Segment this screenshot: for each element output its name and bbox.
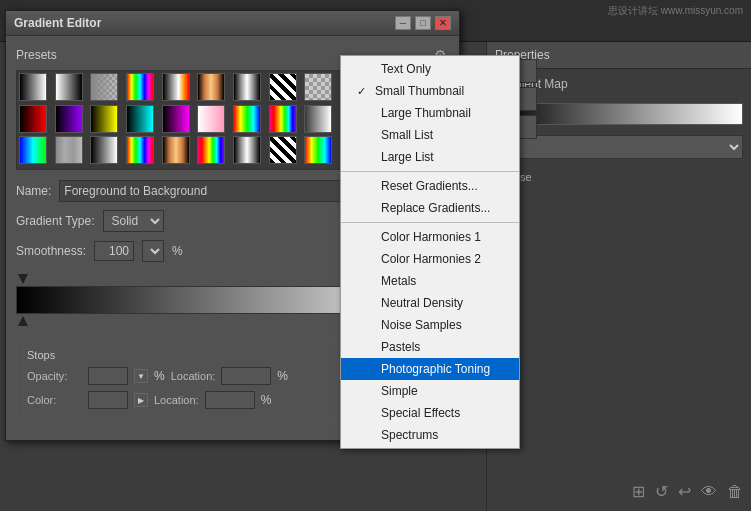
swatch-yellow[interactable]: [90, 105, 118, 133]
gradient-stop-top[interactable]: [18, 274, 28, 284]
swatch-multi1[interactable]: [126, 73, 154, 101]
swatch-multi3[interactable]: [126, 136, 154, 164]
swatch-bw2[interactable]: [90, 136, 118, 164]
opacity-label: Opacity:: [27, 370, 82, 382]
large-thumbnail-label: Large Thumbnail: [381, 106, 471, 120]
smoothness-input[interactable]: [94, 241, 134, 261]
opacity-pct: %: [154, 369, 165, 383]
logo: 思设计讲坛 www.missyun.com: [608, 4, 743, 18]
swatch-spectrum[interactable]: [269, 105, 297, 133]
swatch-trans2[interactable]: [304, 105, 332, 133]
panel-options: reverse: [487, 165, 751, 189]
menu-item-large-list[interactable]: Large List: [341, 146, 519, 168]
context-menu: Text Only Small Thumbnail Large Thumbnai…: [340, 55, 520, 449]
se-label: Special Effects: [381, 406, 460, 420]
menu-item-spectrums[interactable]: Spectrums: [341, 424, 519, 446]
swatch-steel2[interactable]: [233, 136, 261, 164]
swatch-multi2[interactable]: [162, 73, 190, 101]
opacity-arrow[interactable]: ▼: [134, 369, 148, 383]
menu-item-neutral-density[interactable]: Neutral Density: [341, 292, 519, 314]
swatch-neutral[interactable]: [55, 136, 83, 164]
smoothness-pct: %: [172, 244, 183, 258]
panel-bottom-icons: ⊞ ↺ ↩ 👁 🗑: [486, 482, 751, 501]
swatch-violet[interactable]: [55, 105, 83, 133]
swatch-steel[interactable]: [233, 73, 261, 101]
small-list-label: Small List: [381, 128, 433, 142]
minimize-button[interactable]: ─: [395, 16, 411, 30]
opacity-location-label: Location:: [171, 370, 216, 382]
ch2-label: Color Harmonies 2: [381, 252, 481, 266]
replace-label: Replace Gradients...: [381, 201, 490, 215]
menu-item-photographic-toning[interactable]: Photographic Toning: [341, 358, 519, 380]
swatch-copper2[interactable]: [162, 136, 190, 164]
gradient-type-label: Gradient Type:: [16, 214, 95, 228]
pastels-label: Pastels: [381, 340, 420, 354]
name-label: Name:: [16, 184, 51, 198]
color-location-pct: %: [261, 393, 272, 407]
swatch-copper[interactable]: [197, 73, 225, 101]
menu-item-large-thumbnail[interactable]: Large Thumbnail: [341, 102, 519, 124]
opacity-location-box: [221, 367, 271, 385]
menu-item-noise-samples[interactable]: Noise Samples: [341, 314, 519, 336]
title-bar-buttons: ─ □ ✕: [395, 16, 451, 30]
swatch-bw[interactable]: [19, 73, 47, 101]
panel-icon-eye[interactable]: 👁: [701, 483, 717, 501]
panel-icon-3[interactable]: ↩: [678, 482, 691, 501]
pt-label: Photographic Toning: [381, 362, 490, 376]
swatch-trans[interactable]: [90, 73, 118, 101]
swatch-wb[interactable]: [55, 73, 83, 101]
menu-item-small-list[interactable]: Small List: [341, 124, 519, 146]
gradient-stop-bottom[interactable]: [18, 316, 28, 326]
menu-item-replace[interactable]: Replace Gradients...: [341, 197, 519, 219]
panel-icon-2[interactable]: ↺: [655, 482, 668, 501]
menu-separator-1: [341, 171, 519, 172]
swatch-cool[interactable]: [19, 136, 47, 164]
text-only-label: Text Only: [381, 62, 431, 76]
simple-label: Simple: [381, 384, 418, 398]
color-location-box: [205, 391, 255, 409]
smoothness-dropdown[interactable]: ▼: [142, 240, 164, 262]
color-box[interactable]: [88, 391, 128, 409]
swatch-rainbow2[interactable]: [304, 136, 332, 164]
menu-item-reset[interactable]: Reset Gradients...: [341, 175, 519, 197]
swatch-magenta[interactable]: [162, 105, 190, 133]
smoothness-label: Smoothness:: [16, 244, 86, 258]
small-thumbnail-label: Small Thumbnail: [375, 84, 464, 98]
maximize-button[interactable]: □: [415, 16, 431, 30]
color-location-label: Location:: [154, 394, 199, 406]
presets-label: Presets: [16, 48, 57, 62]
nd-label: Neutral Density: [381, 296, 463, 310]
ch1-label: Color Harmonies 1: [381, 230, 481, 244]
metals-label: Metals: [381, 274, 416, 288]
swatch-red[interactable]: [19, 105, 47, 133]
color-arrow[interactable]: ▶: [134, 393, 148, 407]
reset-label: Reset Gradients...: [381, 179, 478, 193]
menu-item-special-effects[interactable]: Special Effects: [341, 402, 519, 424]
menu-separator-2: [341, 222, 519, 223]
dialog-title-bar: Gradient Editor ─ □ ✕: [6, 11, 459, 36]
menu-item-color-harmonies-2[interactable]: Color Harmonies 2: [341, 248, 519, 270]
menu-item-metals[interactable]: Metals: [341, 270, 519, 292]
panel-icon-trash[interactable]: 🗑: [727, 483, 743, 501]
opacity-location-pct: %: [277, 369, 288, 383]
menu-item-simple[interactable]: Simple: [341, 380, 519, 402]
swatch-cyan[interactable]: [126, 105, 154, 133]
spectrums-label: Spectrums: [381, 428, 438, 442]
menu-item-color-harmonies-1[interactable]: Color Harmonies 1: [341, 226, 519, 248]
panel-icon-1[interactable]: ⊞: [632, 482, 645, 501]
swatch-stripe[interactable]: [269, 73, 297, 101]
large-list-label: Large List: [381, 150, 434, 164]
close-button[interactable]: ✕: [435, 16, 451, 30]
ns-label: Noise Samples: [381, 318, 462, 332]
swatch-checker[interactable]: [304, 73, 332, 101]
color-label: Color:: [27, 394, 82, 406]
menu-item-pastels[interactable]: Pastels: [341, 336, 519, 358]
swatch-stripe2[interactable]: [269, 136, 297, 164]
gradient-type-select[interactable]: Solid Noise: [103, 210, 164, 232]
swatch-pink[interactable]: [197, 105, 225, 133]
menu-item-small-thumbnail[interactable]: Small Thumbnail: [341, 80, 519, 102]
opacity-box: [88, 367, 128, 385]
swatch-spectrum2[interactable]: [197, 136, 225, 164]
swatch-rainbow[interactable]: [233, 105, 261, 133]
menu-item-text-only[interactable]: Text Only: [341, 58, 519, 80]
